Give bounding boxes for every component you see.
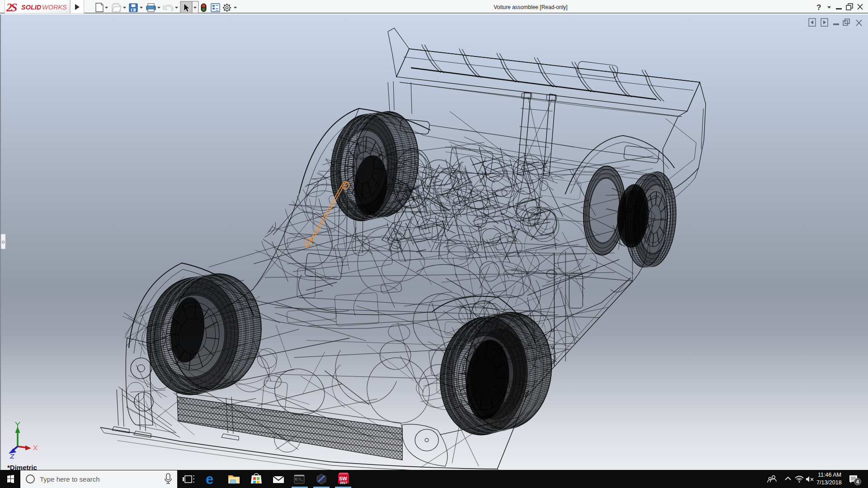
svg-text:Type here to search: Type here to search [40,475,100,483]
svg-text:WORKS: WORKS [42,4,67,11]
svg-text:Voiture assomblee [Read-only]: Voiture assomblee [Read-only] [494,4,567,10]
svg-text:SOLID: SOLID [21,4,42,11]
svg-text:11:46 AM: 11:46 AM [818,472,841,478]
svg-text:SW: SW [339,476,347,481]
svg-text:e: e [206,471,213,487]
svg-text:4: 4 [856,479,859,484]
svg-text:7/13/2018: 7/13/2018 [816,479,842,486]
svg-text:2S: 2S [6,1,17,14]
svg-text:2017: 2017 [340,481,347,484]
svg-text:C:\_: C:\_ [295,478,303,481]
svg-text:?: ? [816,3,821,12]
